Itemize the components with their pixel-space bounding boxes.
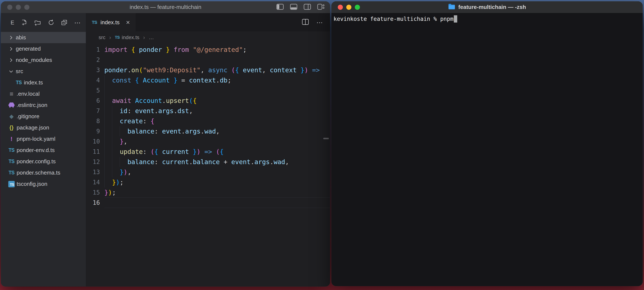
line-number: 1 [86, 45, 100, 55]
vscode-titlebar[interactable]: index.ts — feature-multichain [1, 1, 330, 13]
line-number: 2 [86, 55, 100, 65]
code-line[interactable]: 3ponder.on("weth9:Deposit", async ({ eve… [86, 65, 330, 75]
line-number: 9 [86, 126, 100, 137]
explorer-item-label: ponder-env.d.ts [16, 147, 55, 153]
editor-group: TS index.ts × ⋯ src›TSindex.ts›… [86, 13, 330, 287]
explorer-item-ponder.config.ts[interactable]: TSponder.config.ts [1, 156, 86, 167]
code-line[interactable]: 13 }), [86, 167, 330, 177]
terminal-window: feature-multichain — -zsh kevinkoste fea… [331, 1, 643, 286]
breadcrumb-item-src[interactable]: src [98, 34, 106, 40]
breadcrumb-item-…[interactable]: … [149, 34, 154, 40]
code-editor[interactable]: 1import { ponder } from "@/generated";23… [86, 43, 330, 287]
terminal-titlebar[interactable]: feature-multichain — -zsh [331, 1, 643, 13]
split-editor-icon[interactable] [302, 19, 309, 26]
code-line[interactable]: 6 await Account.upsert({ [86, 96, 330, 106]
explorer-item-abis[interactable]: abis [1, 32, 86, 43]
chevron-down-icon [6, 69, 16, 74]
vscode-window-title: index.ts — feature-multichain [130, 4, 202, 10]
toggle-panel-icon[interactable] [290, 4, 297, 10]
code-line[interactable]: 14 }); [86, 177, 330, 187]
explorer-item-label: node_modules [16, 57, 52, 63]
explorer-item-pnpm-lock.yaml[interactable]: !pnpm-lock.yaml [1, 133, 86, 145]
explorer-item-label: .env.local [16, 91, 40, 97]
editor-more-actions-icon[interactable]: ⋯ [316, 19, 323, 26]
explorer-item-label: src [16, 68, 23, 75]
code-line[interactable]: 9 balance: event.args.wad, [86, 126, 330, 137]
indent-guide [104, 75, 104, 187]
explorer-item-generated[interactable]: generated [1, 43, 86, 54]
explorer-item-node_modules[interactable]: node_modules [1, 54, 86, 66]
scrollbar-thumb[interactable] [323, 138, 329, 139]
line-content: const { Account } = context.db; [104, 75, 231, 85]
explorer-item-label: package.json [16, 124, 49, 131]
explorer-item-.env.local[interactable]: ≡.env.local [1, 88, 86, 100]
explorer-item-.gitignore[interactable]: ◆.gitignore [1, 111, 86, 122]
explorer-item-ponder-env.d.ts[interactable]: TSponder-env.d.ts [1, 145, 86, 156]
tab-index-ts[interactable]: TS index.ts × [86, 13, 136, 31]
explorer-item-label: index.ts [24, 79, 43, 86]
code-line[interactable]: 7 id: event.args.dst, [86, 106, 330, 116]
explorer-item-index.ts[interactable]: TSindex.ts [1, 77, 86, 88]
editor-tabstrip: TS index.ts × ⋯ [86, 13, 330, 31]
maximize-window-button[interactable] [355, 5, 360, 10]
new-file-icon[interactable] [21, 19, 28, 26]
explorer-item-label: generated [16, 45, 41, 52]
line-content: await Account.upsert({ [104, 96, 197, 106]
code-line[interactable]: 8 create: { [86, 116, 330, 126]
code-line[interactable]: 12 balance: current.balance + event.args… [86, 157, 330, 167]
explorer-item-tsconfig.json[interactable]: TStsconfig.json [1, 178, 86, 190]
code-line[interactable]: 2 [86, 55, 330, 65]
line-content: }); [104, 187, 116, 198]
code-line[interactable]: 11 update: ({ current }) => ({ [86, 147, 330, 157]
close-window-button[interactable] [338, 5, 343, 10]
new-folder-icon[interactable] [34, 19, 41, 26]
explorer-item-label: abis [16, 34, 26, 41]
code-line[interactable]: 4 const { Account } = context.db; [86, 75, 330, 85]
breadcrumb-item-index.ts[interactable]: TSindex.ts [115, 34, 139, 40]
refresh-icon[interactable] [48, 19, 54, 26]
line-number: 4 [86, 75, 100, 85]
code-line[interactable]: 5 [86, 85, 330, 96]
code-line[interactable]: 1import { ponder } from "@/generated"; [86, 45, 330, 55]
toggle-primary-sidebar-icon[interactable] [276, 4, 284, 10]
line-number: 16 [86, 198, 100, 208]
toggle-secondary-sidebar-icon[interactable] [304, 4, 311, 10]
terminal-cursor [454, 15, 457, 22]
minimize-window-button[interactable] [346, 5, 352, 10]
line-content: id: event.args.dst, [104, 106, 193, 116]
explorer-more-actions-icon[interactable]: ⋯ [74, 19, 81, 26]
explorer-item-label: tsconfig.json [16, 181, 48, 187]
current-line-highlight [104, 197, 330, 208]
close-tab-icon[interactable]: × [126, 19, 130, 26]
ts-file-icon: TS [115, 35, 120, 40]
chevron-right-icon [6, 57, 16, 63]
folder-icon [448, 3, 455, 11]
line-content: }); [104, 177, 124, 187]
pnpm-file-icon: ! [6, 136, 16, 143]
maximize-window-button[interactable] [24, 5, 30, 10]
line-number: 5 [86, 85, 100, 96]
terminal-traffic-lights [338, 5, 360, 10]
indent-guide [120, 126, 120, 137]
eslint-file-icon [6, 103, 16, 108]
collapse-folders-icon[interactable] [61, 19, 68, 26]
vscode-traffic-lights [7, 5, 30, 10]
customize-layout-icon[interactable] [317, 4, 325, 10]
ts-file-icon: TS [6, 170, 16, 176]
explorer-item-label: ponder.config.ts [16, 158, 56, 165]
line-content: ponder.on("weth9:Deposit", async ({ even… [104, 65, 320, 75]
explorer-item-.eslintrc.json[interactable]: .eslintrc.json [1, 100, 86, 111]
tsconfig-file-icon: TS [6, 181, 16, 187]
explorer-title: E [11, 19, 14, 26]
line-number: 7 [86, 106, 100, 116]
line-number: 6 [86, 96, 100, 106]
minimize-window-button[interactable] [16, 5, 21, 10]
explorer-item-src[interactable]: src [1, 66, 86, 77]
close-window-button[interactable] [7, 5, 12, 10]
code-line[interactable]: 10 }, [86, 137, 330, 147]
explorer-item-ponder.schema.ts[interactable]: TSponder.schema.ts [1, 167, 86, 178]
terminal-content[interactable]: kevinkoste feature-multichain % pnpm [331, 13, 643, 25]
explorer-item-package.json[interactable]: {}package.json [1, 122, 86, 133]
vscode-window: index.ts — feature-multichain E [1, 1, 330, 287]
code-line[interactable]: 15}); [86, 187, 330, 198]
